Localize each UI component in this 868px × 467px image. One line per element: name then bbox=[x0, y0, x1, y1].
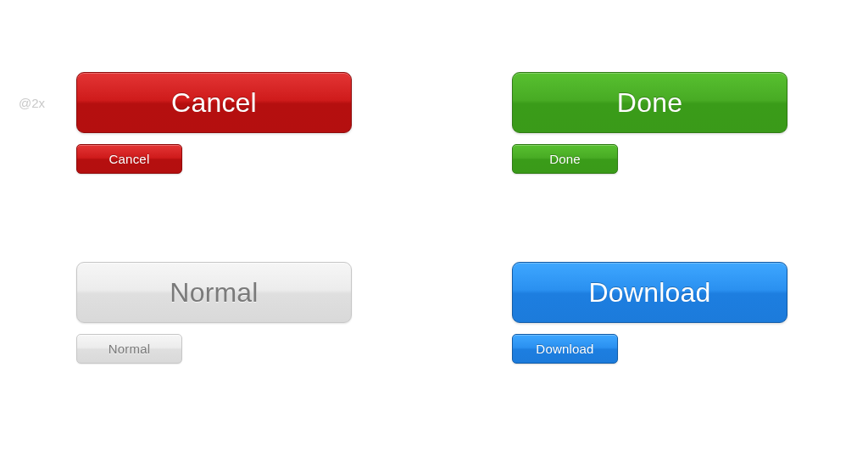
cancel-button-large-label: Cancel bbox=[171, 87, 257, 119]
done-button-large-label: Done bbox=[617, 87, 682, 119]
download-button-small-label: Download bbox=[536, 342, 593, 356]
done-button-large[interactable]: Done bbox=[512, 72, 787, 133]
done-button-small[interactable]: Done bbox=[512, 144, 618, 174]
download-button-large-label: Download bbox=[589, 277, 711, 309]
cancel-button-small-label: Cancel bbox=[109, 152, 150, 166]
download-button-large[interactable]: Download bbox=[512, 262, 787, 323]
normal-button-small[interactable]: Normal bbox=[76, 334, 182, 364]
cancel-button-large[interactable]: Cancel bbox=[76, 72, 352, 133]
normal-button-large[interactable]: Normal bbox=[76, 262, 352, 323]
normal-button-large-label: Normal bbox=[170, 277, 258, 309]
button-showcase-canvas: @2x Cancel Cancel Done Done Normal Norma… bbox=[0, 0, 868, 467]
download-button-small[interactable]: Download bbox=[512, 334, 618, 364]
retina-indicator-label: @2x bbox=[19, 96, 45, 110]
done-button-small-label: Done bbox=[549, 152, 581, 166]
cancel-button-small[interactable]: Cancel bbox=[76, 144, 182, 174]
normal-button-small-label: Normal bbox=[108, 342, 151, 356]
